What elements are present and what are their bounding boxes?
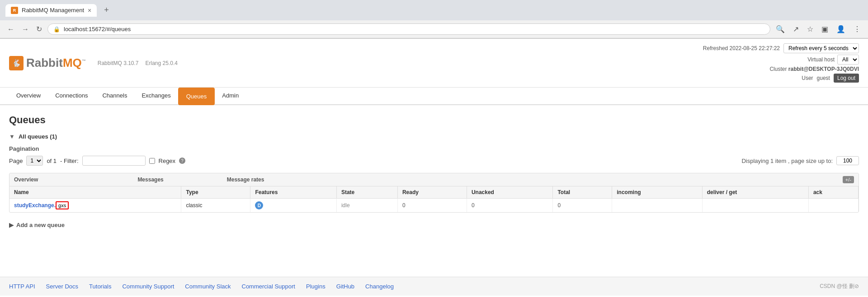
footer-link-tutorials[interactable]: Tutorials xyxy=(89,283,111,290)
sidebar-icon[interactable]: ▣ xyxy=(820,23,830,35)
queue-table-container: Overview Messages Message rates +/- Name… xyxy=(9,173,859,213)
zoom-icon[interactable]: 🔍 xyxy=(774,23,787,35)
cell-state: idle xyxy=(336,199,397,213)
logout-button[interactable]: Log out xyxy=(834,74,859,83)
address-bar[interactable]: 🔒 localhost:15672/#/queues xyxy=(47,23,770,35)
app-header: 🐇 RabbitMQ™ RabbitMQ 3.10.7 Erlang 25.0.… xyxy=(0,39,868,88)
queue-total: 0 xyxy=(557,202,561,209)
cell-type: classic xyxy=(181,199,250,213)
logo-rabbit: Rabbit xyxy=(26,56,63,70)
browser-tab[interactable]: R RabbitMQ Management × xyxy=(5,4,97,17)
page-size-input[interactable] xyxy=(836,156,859,165)
footer-right-text: CSDN @怪 删⊘ xyxy=(820,283,859,290)
col-ack: ack xyxy=(808,186,858,199)
address-text: localhost:15672/#/queues xyxy=(64,26,131,32)
plus-minus-button[interactable]: +/- xyxy=(843,176,854,183)
rabbitmq-version: RabbitMQ 3.10.7 xyxy=(98,60,139,66)
nav-connections[interactable]: Connections xyxy=(48,88,95,105)
col-deliver-get: deliver / get xyxy=(702,186,808,199)
queue-unacked: 0 xyxy=(472,202,475,209)
col-state: State xyxy=(336,186,397,199)
col-incoming: incoming xyxy=(612,186,702,199)
nav-exchanges[interactable]: Exchanges xyxy=(134,88,178,105)
col-group-rates: Message rates xyxy=(227,176,264,183)
footer-link-plugins[interactable]: Plugins xyxy=(306,283,326,290)
cluster-row: Cluster rabbit@DESKTOP-3JQ0DVI xyxy=(769,66,859,72)
cell-deliver-get xyxy=(702,199,808,213)
footer: HTTP API Server Docs Tutorials Community… xyxy=(0,277,868,296)
all-queues-section: ▼ All queues (1) xyxy=(9,133,859,140)
refresh-row: Refreshed 2022-08-25 22:27:22 Refresh ev… xyxy=(703,43,859,53)
tab-title: RabbitMQ Management xyxy=(22,7,84,14)
user-row: User guest Log out xyxy=(802,74,859,83)
pagination-section: Pagination Page 1 of 1 - Filter: Regex ?… xyxy=(9,145,859,166)
main-content: Queues ▼ All queues (1) Pagination Page … xyxy=(0,105,868,277)
page-select[interactable]: 1 xyxy=(26,156,43,166)
browser-toolbar: 🔍 ↗ ☆ ▣ 👤 ⋮ xyxy=(774,23,863,35)
browser-controls: ← → ↻ 🔒 localhost:15672/#/queues 🔍 ↗ ☆ ▣… xyxy=(0,20,868,38)
col-total: Total xyxy=(553,186,612,199)
cell-total: 0 xyxy=(553,199,612,213)
cell-incoming xyxy=(612,199,702,213)
add-queue-toggle-icon: ▶ xyxy=(9,222,14,228)
footer-link-server-docs[interactable]: Server Docs xyxy=(46,283,79,290)
version-info: RabbitMQ 3.10.7 Erlang 25.0.4 xyxy=(98,60,178,66)
page-label: Page xyxy=(9,158,23,164)
browser-titlebar: R RabbitMQ Management × + xyxy=(0,0,868,20)
feature-badge-d: D xyxy=(255,201,263,209)
nav-overview[interactable]: Overview xyxy=(9,88,48,105)
add-queue-section: ▶ Add a new queue xyxy=(9,222,859,228)
filter-label: - Filter: xyxy=(60,158,78,164)
menu-icon[interactable]: ⋮ xyxy=(852,23,863,35)
col-name: Name xyxy=(9,186,181,199)
back-button[interactable]: ← xyxy=(5,23,16,35)
queue-type: classic xyxy=(186,202,202,209)
footer-link-github[interactable]: GitHub xyxy=(336,283,354,290)
profile-icon[interactable]: 👤 xyxy=(835,23,847,35)
nav-admin[interactable]: Admin xyxy=(215,88,246,105)
cell-features: D xyxy=(250,199,337,213)
filter-input[interactable] xyxy=(82,156,146,166)
header-right: Refreshed 2022-08-25 22:27:22 Refresh ev… xyxy=(703,43,859,83)
logo: 🐇 RabbitMQ™ RabbitMQ 3.10.7 Erlang 25.0.… xyxy=(9,56,178,70)
virtual-host-row: Virtual host All xyxy=(807,55,859,65)
bookmark-icon[interactable]: ☆ xyxy=(805,23,815,35)
cell-name: studyExchange.gxs xyxy=(9,199,181,213)
col-features: Features xyxy=(250,186,337,199)
queue-ready: 0 xyxy=(402,202,406,209)
section-toggle[interactable]: ▼ xyxy=(9,133,15,140)
add-queue-toggle[interactable]: ▶ Add a new queue xyxy=(9,222,859,228)
lock-icon: 🔒 xyxy=(53,26,60,32)
cell-unacked: 0 xyxy=(467,199,553,213)
pagination-label: Pagination xyxy=(9,145,859,152)
footer-link-changelog[interactable]: Changelog xyxy=(365,283,394,290)
footer-link-community-support[interactable]: Community Support xyxy=(122,283,174,290)
regex-help[interactable]: ? xyxy=(179,158,185,164)
queue-name-link[interactable]: studyExchange. xyxy=(14,202,56,209)
of-total: of 1 xyxy=(47,158,57,164)
col-ready: Ready xyxy=(397,186,467,199)
tab-close-button[interactable]: × xyxy=(88,7,91,14)
pagination-row: Page 1 of 1 - Filter: Regex ? Displaying… xyxy=(9,156,859,166)
footer-link-community-slack[interactable]: Community Slack xyxy=(185,283,231,290)
regex-checkbox[interactable] xyxy=(149,158,155,164)
col-group-messages: Messages xyxy=(137,176,163,183)
nav-channels[interactable]: Channels xyxy=(95,88,134,105)
refresh-select[interactable]: Refresh every 5 seconds xyxy=(783,43,859,53)
cluster-label: Cluster xyxy=(769,66,787,72)
logo-mq: MQ xyxy=(63,56,82,70)
new-tab-button[interactable]: + xyxy=(100,4,113,17)
logo-icon: 🐇 xyxy=(9,56,24,70)
cluster-name: rabbit@DESKTOP-3JQ0DVI xyxy=(788,66,859,72)
footer-link-http-api[interactable]: HTTP API xyxy=(9,283,35,290)
queue-name-tag[interactable]: gxs xyxy=(56,201,69,209)
virtual-host-select[interactable]: All xyxy=(837,55,859,65)
logo-tm: ™ xyxy=(82,59,86,63)
footer-link-commercial-support[interactable]: Commercial Support xyxy=(242,283,296,290)
share-icon[interactable]: ↗ xyxy=(791,23,801,35)
refresh-button[interactable]: ↻ xyxy=(34,23,44,35)
table-group-headers: Overview Messages Message rates xyxy=(14,176,264,183)
nav-queues[interactable]: Queues xyxy=(178,88,215,105)
forward-button[interactable]: → xyxy=(20,23,31,35)
col-unacked: Unacked xyxy=(467,186,553,199)
